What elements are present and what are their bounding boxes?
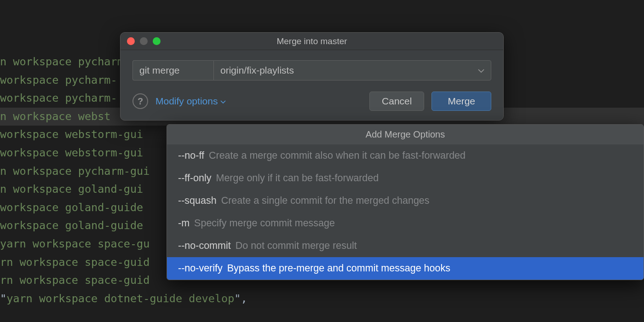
dialog-titlebar: Merge into master — [121, 33, 503, 50]
merge-dialog: Merge into master git merge origin/fix-p… — [120, 32, 504, 121]
option-description: Create a merge commit also when it can b… — [209, 150, 466, 161]
popup-header: Add Merge Options — [167, 125, 644, 144]
command-prefix: git merge — [132, 60, 213, 80]
editor-line: "yarn workspace dotnet-guide develop", — [0, 290, 644, 308]
dialog-title: Merge into master — [276, 36, 347, 46]
option-description: Bypass the pre-merge and commit message … — [227, 263, 450, 274]
modify-options-label: Modify options — [155, 96, 218, 107]
maximize-icon[interactable] — [153, 37, 161, 45]
option-flag: --no-ff — [178, 150, 204, 161]
merge-option-item[interactable]: --squashCreate a single commit for the m… — [167, 190, 644, 212]
branch-name: origin/fix-playlists — [220, 65, 294, 76]
option-flag: -m — [178, 218, 190, 229]
option-description: Merge only if it can be fast-forwarded — [216, 172, 379, 184]
command-row: git merge origin/fix-playlists — [132, 60, 491, 80]
chevron-down-icon — [478, 67, 484, 74]
option-description: Create a single commit for the merged ch… — [221, 195, 430, 207]
branch-selector[interactable]: origin/fix-playlists — [213, 60, 491, 80]
option-flag: --ff-only — [178, 172, 211, 184]
modify-options-link[interactable]: Modify options — [155, 96, 226, 107]
merge-button[interactable]: Merge — [431, 92, 491, 111]
chevron-down-icon — [220, 98, 226, 105]
option-description: Specify merge commit message — [194, 218, 335, 229]
merge-option-item[interactable]: --no-verifyBypass the pre-merge and comm… — [167, 257, 644, 280]
option-flag: --no-verify — [178, 263, 223, 274]
merge-options-popup: Add Merge Options --no-ffCreate a merge … — [167, 124, 644, 280]
minimize-icon[interactable] — [140, 37, 148, 45]
merge-option-item[interactable]: -mSpecify merge commit message — [167, 212, 644, 235]
close-icon[interactable] — [127, 37, 135, 45]
merge-option-item[interactable]: --ff-onlyMerge only if it can be fast-fo… — [167, 167, 644, 190]
merge-option-item[interactable]: --no-ffCreate a merge commit also when i… — [167, 144, 644, 167]
help-button[interactable]: ? — [132, 93, 148, 109]
window-controls — [127, 37, 161, 45]
option-description: Do not commit merge result — [236, 240, 357, 252]
dialog-body: git merge origin/fix-playlists ? Modify … — [121, 50, 503, 120]
option-flag: --squash — [178, 195, 217, 207]
action-row: ? Modify options Cancel Merge — [132, 92, 491, 111]
option-flag: --no-commit — [178, 240, 231, 252]
merge-option-item[interactable]: --no-commitDo not commit merge result — [167, 235, 644, 257]
cancel-button[interactable]: Cancel — [369, 92, 424, 111]
